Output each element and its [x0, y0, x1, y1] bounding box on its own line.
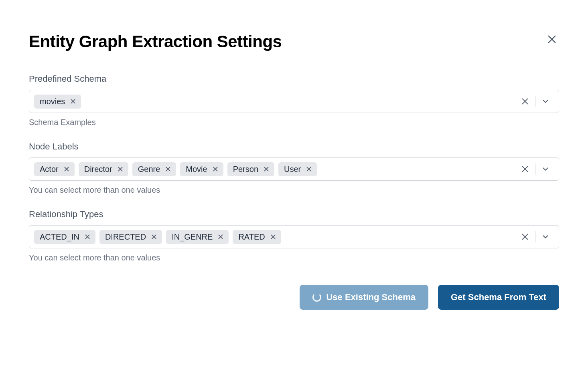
node-labels-label: Node Labels: [29, 141, 559, 152]
button-label: Get Schema From Text: [451, 292, 546, 302]
chip-label: ACTED_IN: [40, 232, 79, 242]
chip-label: Genre: [138, 165, 160, 174]
close-icon: [521, 165, 529, 173]
chip-label: Movie: [186, 165, 207, 174]
spinner-icon: [312, 293, 321, 302]
chip-label: Actor: [40, 165, 59, 174]
close-icon: [270, 234, 276, 240]
relationship-types-helper: You can select more than one values: [29, 253, 559, 262]
chip-remove-button[interactable]: [116, 165, 124, 173]
select-controls: [515, 230, 554, 244]
node-labels-chips: Actor Director Genre Movie Person User: [34, 162, 512, 176]
close-icon: [117, 166, 124, 172]
chip: ACTED_IN: [34, 230, 95, 244]
chip: Genre: [132, 162, 176, 176]
predefined-schema-chips: movies: [34, 95, 512, 109]
chip-remove-button[interactable]: [211, 165, 219, 173]
chip-label: RATED: [238, 232, 265, 242]
predefined-schema-helper: Schema Examples: [29, 118, 559, 127]
node-labels-select[interactable]: Actor Director Genre Movie Person User: [29, 157, 559, 181]
chip-remove-button[interactable]: [305, 165, 313, 173]
chip-remove-button[interactable]: [83, 233, 91, 241]
close-icon: [263, 166, 270, 172]
chip: Director: [79, 162, 128, 176]
chip: Person: [227, 162, 274, 176]
dropdown-toggle[interactable]: [535, 95, 554, 108]
chip: Actor: [34, 162, 75, 176]
close-icon: [306, 166, 312, 172]
relationship-types-select[interactable]: ACTED_IN DIRECTED IN_GENRE RATED: [29, 225, 559, 248]
chip: movies: [34, 95, 81, 109]
chevron-down-icon: [541, 97, 550, 106]
close-icon: [84, 234, 91, 240]
chevron-down-icon: [541, 165, 550, 173]
chevron-down-icon: [541, 232, 550, 241]
page-title: Entity Graph Extraction Settings: [29, 32, 282, 51]
chip-remove-button[interactable]: [269, 233, 277, 241]
close-icon: [63, 166, 70, 172]
close-icon: [521, 232, 529, 241]
chip-label: User: [284, 165, 301, 174]
chip: RATED: [233, 230, 281, 244]
chip-label: IN_GENRE: [172, 232, 213, 242]
close-icon: [212, 166, 219, 172]
chip-label: DIRECTED: [105, 232, 146, 242]
dropdown-toggle[interactable]: [535, 162, 554, 176]
chip-remove-button[interactable]: [217, 233, 225, 241]
node-labels-helper: You can select more than one values: [29, 186, 559, 195]
select-controls: [515, 162, 554, 176]
select-controls: [515, 95, 554, 108]
chip: DIRECTED: [99, 230, 162, 244]
clear-all-button[interactable]: [515, 162, 535, 176]
node-labels-field: Node Labels Actor Director Genre Movie P…: [29, 141, 559, 195]
button-label: Use Existing Schema: [326, 292, 416, 302]
chip-remove-button[interactable]: [164, 165, 172, 173]
close-icon: [151, 234, 157, 240]
chip: IN_GENRE: [166, 230, 229, 244]
predefined-schema-label: Predefined Schema: [29, 74, 559, 84]
chip-remove-button[interactable]: [262, 165, 270, 173]
close-icon: [521, 97, 529, 106]
relationship-types-label: Relationship Types: [29, 209, 559, 220]
relationship-types-field: Relationship Types ACTED_IN DIRECTED IN_…: [29, 209, 559, 262]
chip-label: movies: [40, 97, 65, 106]
dialog-header: Entity Graph Extraction Settings: [29, 32, 559, 51]
chip: Movie: [180, 162, 223, 176]
close-icon: [165, 166, 171, 172]
chip-label: Director: [84, 165, 112, 174]
clear-all-button[interactable]: [515, 230, 535, 244]
relationship-types-chips: ACTED_IN DIRECTED IN_GENRE RATED: [34, 230, 512, 244]
chip-remove-button[interactable]: [150, 233, 158, 241]
get-schema-from-text-button[interactable]: Get Schema From Text: [438, 285, 559, 310]
dropdown-toggle[interactable]: [535, 230, 554, 244]
predefined-schema-field: Predefined Schema movies Schema Examples: [29, 74, 559, 127]
close-button[interactable]: [545, 32, 559, 46]
chip-label: Person: [233, 165, 258, 174]
close-icon: [546, 34, 558, 45]
dialog-actions: Use Existing Schema Get Schema From Text: [29, 285, 559, 310]
clear-all-button[interactable]: [515, 95, 535, 108]
predefined-schema-select[interactable]: movies: [29, 90, 559, 113]
chip-remove-button[interactable]: [63, 165, 71, 173]
close-icon: [217, 234, 224, 240]
use-existing-schema-button[interactable]: Use Existing Schema: [300, 285, 428, 310]
close-icon: [70, 98, 76, 105]
chip: User: [278, 162, 317, 176]
chip-remove-button[interactable]: [69, 97, 77, 105]
